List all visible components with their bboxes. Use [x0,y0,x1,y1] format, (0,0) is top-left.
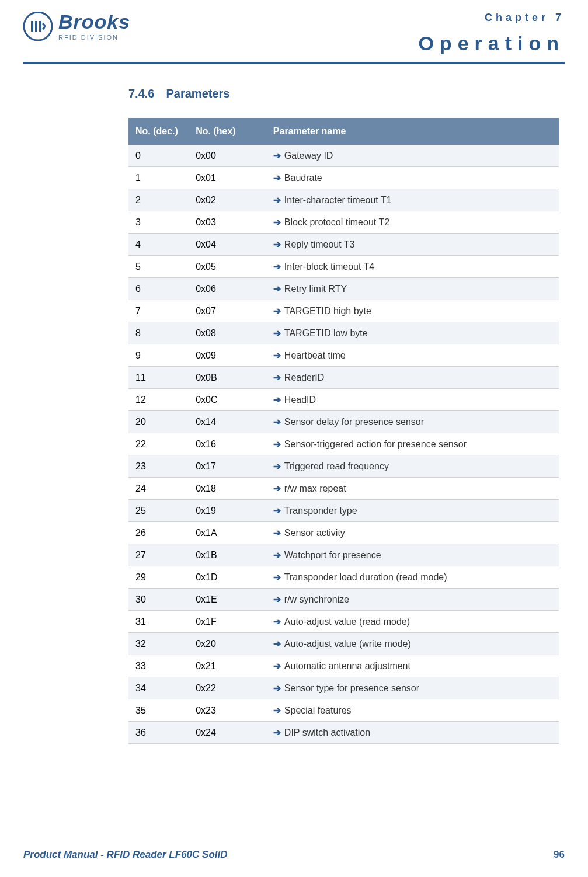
section-heading: 7.4.6 Parameters [128,87,559,100]
cell-dec: 3 [128,211,189,234]
cell-hex: 0x04 [189,234,266,256]
table-row: 350x23➔Special features [128,699,559,722]
cell-name: ➔Sensor type for presence sensor [266,677,559,699]
cell-dec: 5 [128,256,189,278]
arrow-right-icon: ➔ [273,461,281,471]
cell-name: ➔r/w synchronize [266,589,559,611]
cell-dec: 6 [128,278,189,300]
arrow-right-icon: ➔ [273,661,281,671]
cell-name: ➔Transponder load duration (read mode) [266,566,559,589]
cell-dec: 9 [128,344,189,367]
cell-dec: 31 [128,611,189,633]
arrow-right-icon: ➔ [273,683,281,693]
parameters-table: No. (dec.) No. (hex) Parameter name 00x0… [128,118,559,744]
cell-hex: 0x14 [189,411,266,433]
param-name-text: DIP switch activation [284,728,370,737]
arrow-right-icon: ➔ [273,439,281,449]
section-number: 7.4.6 [128,87,154,100]
table-row: 300x1E➔r/w synchronize [128,589,559,611]
cell-hex: 0x03 [189,211,266,234]
param-name-text: Special features [284,705,352,715]
table-row: 250x19➔Transponder type [128,500,559,522]
cell-name: ➔Sensor-triggered action for presence se… [266,433,559,455]
cell-hex: 0x16 [189,433,266,455]
page-header: Brooks RFID DIVISION Chapter 7 Operation [23,12,565,64]
arrow-right-icon: ➔ [273,395,281,405]
cell-name: ➔Transponder type [266,500,559,522]
arrow-right-icon: ➔ [273,373,281,382]
table-row: 270x1B➔Watchport for presence [128,544,559,566]
param-name-text: Sensor delay for presence sensor [284,417,424,427]
cell-name: ➔Inter-block timeout T4 [266,256,559,278]
page-number: 96 [554,849,565,861]
arrow-right-icon: ➔ [273,217,281,227]
arrow-right-icon: ➔ [273,173,281,183]
arrow-right-icon: ➔ [273,572,281,582]
arrow-right-icon: ➔ [273,528,281,538]
table-row: 320x20➔Auto-adjust value (write mode) [128,633,559,655]
col-header-hex: No. (hex) [189,118,266,145]
cell-name: ➔Triggered read frequency [266,455,559,478]
svg-point-0 [24,12,52,40]
cell-name: ➔TARGETID low byte [266,322,559,344]
arrow-right-icon: ➔ [273,728,281,737]
cell-hex: 0x0B [189,367,266,389]
param-name-text: Inter-character timeout T1 [284,195,392,205]
param-name-text: Triggered read frequency [284,461,389,471]
cell-dec: 4 [128,234,189,256]
arrow-right-icon: ➔ [273,239,281,249]
cell-name: ➔Sensor activity [266,522,559,544]
param-name-text: Transponder load duration (read mode) [284,572,447,582]
table-row: 110x0B➔ReaderID [128,367,559,389]
table-row: 330x21➔Automatic antenna adjustment [128,655,559,677]
cell-dec: 0 [128,145,189,167]
cell-dec: 32 [128,633,189,655]
cell-name: ➔Heartbeat time [266,344,559,367]
arrow-right-icon: ➔ [273,306,281,316]
arrow-right-icon: ➔ [273,506,281,516]
cell-hex: 0x1E [189,589,266,611]
cell-hex: 0x1A [189,522,266,544]
param-name-text: Sensor-triggered action for presence sen… [284,439,467,449]
param-name-text: r/w max repeat [284,483,346,493]
division-label: RFID DIVISION [58,34,130,41]
table-row: 30x03➔Block protocol timeout T2 [128,211,559,234]
svg-rect-2 [35,21,37,32]
cell-dec: 2 [128,189,189,211]
table-row: 40x04➔Reply timeout T3 [128,234,559,256]
cell-hex: 0x0C [189,389,266,411]
table-header-row: No. (dec.) No. (hex) Parameter name [128,118,559,145]
cell-dec: 24 [128,478,189,500]
cell-hex: 0x21 [189,655,266,677]
param-name-text: HeadID [284,395,316,405]
cell-name: ➔DIP switch activation [266,722,559,744]
table-row: 260x1A➔Sensor activity [128,522,559,544]
table-body: 00x00➔Gateway ID10x01➔Baudrate20x02➔Inte… [128,145,559,744]
param-name-text: r/w synchronize [284,594,349,604]
cell-hex: 0x05 [189,256,266,278]
param-name-text: Sensor activity [284,528,345,538]
cell-dec: 29 [128,566,189,589]
cell-dec: 12 [128,389,189,411]
table-row: 70x07➔TARGETID high byte [128,300,559,322]
cell-hex: 0x06 [189,278,266,300]
table-row: 00x00➔Gateway ID [128,145,559,167]
cell-name: ➔Automatic antenna adjustment [266,655,559,677]
cell-dec: 22 [128,433,189,455]
brooks-logo-icon [23,12,53,41]
cell-hex: 0x18 [189,478,266,500]
param-name-text: Auto-adjust value (write mode) [284,639,411,649]
param-name-text: Heartbeat time [284,350,346,360]
cell-dec: 30 [128,589,189,611]
cell-dec: 25 [128,500,189,522]
cell-name: ➔Sensor delay for presence sensor [266,411,559,433]
chapter-title: Operation [418,32,565,55]
table-row: 290x1D➔Transponder load duration (read m… [128,566,559,589]
param-name-text: Retry limit RTY [284,284,347,294]
content-area: 7.4.6 Parameters No. (dec.) No. (hex) Pa… [128,87,559,744]
brand-name: Brooks [58,12,130,32]
table-row: 230x17➔Triggered read frequency [128,455,559,478]
cell-hex: 0x17 [189,455,266,478]
table-row: 50x05➔Inter-block timeout T4 [128,256,559,278]
cell-dec: 35 [128,699,189,722]
